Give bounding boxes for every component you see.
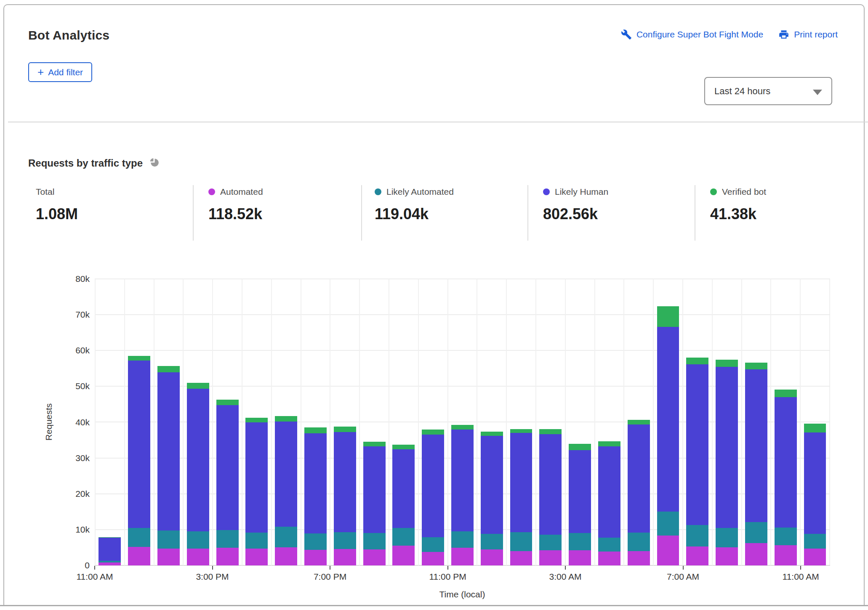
bar-segment-automated[interactable] [128, 547, 150, 565]
bar-segment-verified-bot[interactable] [539, 429, 562, 435]
bar-segment-automated[interactable] [363, 549, 386, 565]
bar-segment-automated[interactable] [481, 549, 503, 565]
stat-likely-human[interactable]: Likely Human 802.56k [543, 186, 608, 223]
stacked-bar[interactable] [745, 363, 767, 565]
bar-segment-likely-human[interactable] [363, 446, 386, 533]
bar-segment-automated[interactable] [245, 549, 268, 565]
stacked-bar[interactable] [686, 358, 708, 565]
bar-segment-verified-bot[interactable] [157, 366, 180, 372]
stacked-bar[interactable] [569, 444, 591, 565]
bar-segment-likely-automated[interactable] [481, 534, 503, 549]
bar-segment-verified-bot[interactable] [275, 416, 297, 422]
bar-segment-likely-human[interactable] [275, 422, 297, 527]
bar-segment-verified-bot[interactable] [745, 363, 767, 369]
bar-segment-automated[interactable] [216, 548, 239, 565]
bar-segment-likely-human[interactable] [451, 430, 474, 532]
bar-segment-automated[interactable] [804, 549, 826, 565]
bar-segment-likely-human[interactable] [216, 405, 239, 530]
bar-segment-likely-automated[interactable] [451, 531, 474, 548]
bar-segment-automated[interactable] [334, 549, 356, 565]
bar-segment-likely-automated[interactable] [275, 527, 297, 547]
stacked-bar[interactable] [392, 445, 415, 565]
stat-automated[interactable]: Automated 118.52k [208, 186, 263, 223]
bar-segment-automated[interactable] [451, 548, 474, 565]
bar-segment-automated[interactable] [539, 550, 562, 565]
bar-segment-verified-bot[interactable] [686, 358, 708, 364]
bar-segment-verified-bot[interactable] [392, 445, 415, 449]
bar-segment-likely-human[interactable] [598, 446, 620, 538]
bar-segment-likely-automated[interactable] [686, 525, 708, 546]
bar-segment-verified-bot[interactable] [598, 441, 620, 446]
bar-segment-likely-automated[interactable] [716, 528, 738, 547]
bar-segment-likely-human[interactable] [334, 432, 356, 532]
stacked-bar[interactable] [481, 432, 503, 565]
stacked-bar[interactable] [245, 418, 268, 565]
bar-segment-automated[interactable] [510, 551, 533, 565]
bar-segment-automated[interactable] [569, 550, 591, 565]
bar-segment-verified-bot[interactable] [804, 424, 826, 432]
bar-segment-likely-human[interactable] [304, 433, 327, 533]
bar-segment-verified-bot[interactable] [304, 427, 327, 433]
bar-segment-likely-automated[interactable] [187, 531, 209, 549]
bar-segment-verified-bot[interactable] [569, 444, 591, 450]
bar-segment-automated[interactable] [422, 552, 444, 565]
bar-segment-likely-automated[interactable] [539, 535, 562, 551]
bar-segment-likely-human[interactable] [422, 435, 444, 537]
bar-segment-likely-automated[interactable] [334, 532, 356, 549]
bar-segment-likely-human[interactable] [99, 538, 121, 561]
bar-segment-likely-human[interactable] [187, 389, 209, 531]
bar-segment-likely-human[interactable] [686, 364, 708, 525]
bar-segment-likely-automated[interactable] [128, 528, 150, 546]
bar-segment-likely-human[interactable] [569, 450, 591, 533]
bar-segment-verified-bot[interactable] [775, 390, 797, 397]
bar-segment-likely-automated[interactable] [598, 538, 620, 552]
bar-segment-automated[interactable] [275, 547, 297, 565]
bar-segment-automated[interactable] [628, 551, 650, 565]
bar-segment-verified-bot[interactable] [422, 430, 444, 434]
bar-segment-automated[interactable] [157, 549, 180, 565]
bar-segment-automated[interactable] [745, 543, 767, 565]
bar-segment-verified-bot[interactable] [481, 432, 503, 436]
bar-segment-likely-automated[interactable] [304, 533, 327, 550]
bar-segment-likely-human[interactable] [804, 432, 826, 534]
stacked-bar[interactable] [334, 427, 356, 565]
bar-segment-likely-human[interactable] [628, 424, 650, 532]
bar-segment-likely-automated[interactable] [569, 533, 591, 550]
bar-segment-automated[interactable] [716, 547, 738, 565]
stacked-bar[interactable] [510, 429, 533, 565]
bar-segment-likely-human[interactable] [157, 372, 180, 530]
bar-segment-likely-automated[interactable] [804, 534, 826, 549]
bar-segment-likely-automated[interactable] [363, 533, 386, 549]
stacked-bar[interactable] [304, 427, 327, 565]
bar-segment-likely-human[interactable] [128, 361, 150, 528]
stacked-bar[interactable] [716, 360, 738, 565]
stacked-bar[interactable] [628, 420, 650, 565]
bar-segment-verified-bot[interactable] [334, 427, 356, 432]
stacked-bar[interactable] [804, 424, 826, 565]
bar-segment-verified-bot[interactable] [187, 383, 209, 389]
configure-super-bot-fight-mode-link[interactable]: Configure Super Bot Fight Mode [621, 29, 763, 40]
stacked-bar[interactable] [157, 366, 180, 565]
stacked-bar[interactable] [99, 537, 121, 565]
stacked-bar[interactable] [657, 306, 679, 565]
stacked-bar[interactable] [187, 383, 209, 565]
bar-segment-automated[interactable] [775, 545, 797, 565]
print-report-link[interactable]: Print report [778, 29, 838, 40]
bar-segment-likely-automated[interactable] [392, 528, 415, 546]
stacked-bar[interactable] [422, 430, 444, 565]
bar-segment-likely-human[interactable] [539, 434, 562, 534]
bar-segment-likely-automated[interactable] [657, 512, 679, 536]
stacked-bar[interactable] [775, 390, 797, 565]
stat-verified-bot[interactable]: Verified bot 41.38k [710, 186, 766, 223]
bar-segment-automated[interactable] [598, 552, 620, 565]
bar-segment-automated[interactable] [686, 546, 708, 565]
bar-segment-likely-automated[interactable] [510, 532, 533, 551]
bar-segment-likely-automated[interactable] [157, 530, 180, 549]
bar-segment-automated[interactable] [99, 562, 121, 565]
stacked-bar[interactable] [128, 356, 150, 565]
bar-segment-likely-human[interactable] [775, 397, 797, 528]
stacked-bar[interactable] [275, 416, 297, 565]
bar-segment-likely-automated[interactable] [245, 533, 268, 549]
bar-segment-verified-bot[interactable] [451, 425, 474, 429]
bar-segment-likely-automated[interactable] [775, 528, 797, 546]
